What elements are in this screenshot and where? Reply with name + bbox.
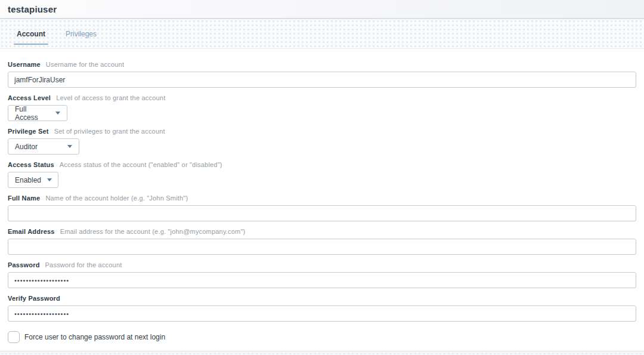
access-level-dropdown[interactable]: Full Access: [8, 105, 67, 121]
tab-account-label: Account: [15, 30, 47, 38]
chevron-down-icon: [47, 178, 52, 181]
page-header: testapiuser: [0, 0, 644, 19]
chevron-down-icon: [67, 145, 72, 148]
active-tab-underline: [14, 44, 48, 45]
tab-bar: Account Privileges: [0, 19, 644, 49]
password-label: Password: [8, 261, 40, 268]
verify-password-input[interactable]: [8, 305, 636, 322]
full-name-input[interactable]: [8, 205, 636, 221]
access-level-hint: Level of access to grant the account: [56, 94, 165, 101]
access-status-dropdown[interactable]: Enabled: [8, 172, 58, 188]
tab-privileges-label: Privileges: [64, 30, 98, 38]
privilege-set-field-group: Privilege Set Set of privileges to grant…: [8, 128, 636, 155]
access-status-selected-value: Enabled: [15, 176, 41, 184]
password-field-group: Password Password for the account: [8, 261, 636, 288]
username-label: Username: [8, 61, 41, 68]
tab-privileges[interactable]: Privileges: [64, 30, 98, 48]
verify-password-label: Verify Password: [8, 295, 60, 302]
page-title: testapiuser: [8, 4, 57, 14]
full-name-label: Full Name: [8, 195, 40, 202]
access-level-field-group: Access Level Level of access to grant th…: [8, 94, 636, 121]
access-level-label: Access Level: [8, 94, 51, 101]
force-password-change-row: Force user to change password at next lo…: [8, 331, 636, 343]
email-address-input[interactable]: [8, 239, 636, 255]
tab-account[interactable]: Account: [15, 30, 47, 48]
username-hint: Username for the account: [46, 61, 124, 68]
full-name-field-group: Full Name Name of the account holder (e.…: [8, 195, 636, 221]
privilege-set-hint: Set of privileges to grant the account: [54, 128, 165, 135]
password-input[interactable]: [8, 272, 636, 288]
password-hint: Password for the account: [45, 261, 122, 268]
privilege-set-selected-value: Auditor: [15, 143, 38, 151]
access-status-hint: Access status of the account ("enabled" …: [60, 161, 222, 168]
verify-password-field-group: Verify Password: [8, 295, 636, 322]
account-form: Username Username for the account Access…: [0, 49, 644, 343]
chevron-down-icon: [55, 112, 60, 115]
email-address-field-group: Email Address Email address for the acco…: [8, 228, 636, 255]
access-status-field-group: Access Status Access status of the accou…: [8, 161, 636, 188]
privilege-set-label: Privilege Set: [8, 128, 49, 135]
username-input[interactable]: [8, 72, 636, 88]
bottom-section-divider: [0, 351, 644, 355]
email-address-hint: Email address for the account (e.g. "joh…: [60, 228, 246, 235]
privilege-set-dropdown[interactable]: Auditor: [8, 138, 79, 155]
access-level-selected-value: Full Access: [15, 105, 49, 122]
access-status-label: Access Status: [8, 161, 54, 168]
force-password-change-label: Force user to change password at next lo…: [24, 333, 165, 341]
force-password-change-checkbox[interactable]: [8, 331, 20, 343]
username-field-group: Username Username for the account: [8, 61, 636, 88]
full-name-hint: Name of the account holder (e.g. "John S…: [45, 195, 188, 202]
email-address-label: Email Address: [8, 228, 55, 235]
